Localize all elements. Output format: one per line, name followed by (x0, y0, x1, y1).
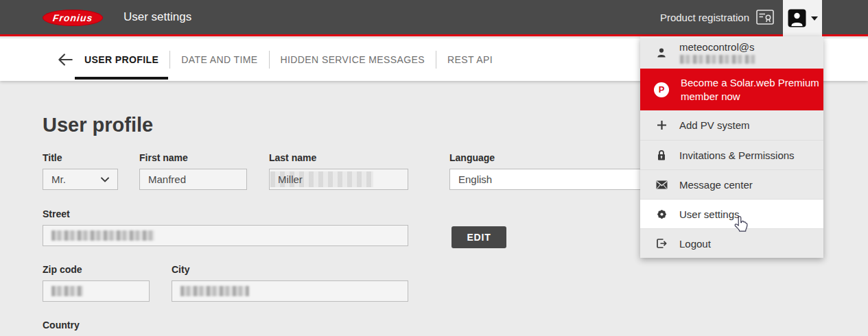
menu-item-label: Logout (679, 238, 711, 250)
title-field-group: Title Mr. (43, 152, 118, 190)
envelope-icon (655, 180, 668, 189)
user-avatar-icon (788, 9, 806, 27)
person-icon (655, 47, 668, 58)
certificate-icon (756, 10, 774, 25)
menu-item-label: User settings (679, 208, 740, 220)
language-field-group: Language English (449, 152, 642, 190)
street-input[interactable] (43, 225, 408, 246)
redacted-value (51, 286, 83, 296)
menu-item-label: Become a Solar.web Premium member now (681, 76, 821, 104)
logout-icon (655, 238, 668, 249)
zip-code-field-group: Zip code (43, 264, 150, 302)
last-name-value: Miller (278, 173, 303, 185)
menu-item-invitations-permissions[interactable]: Invitations & Permissions (640, 140, 823, 169)
last-name-field-group: Last name Miller (269, 152, 408, 190)
menu-item-logout[interactable]: Logout (640, 228, 823, 258)
fronius-logo-text: Fronius (52, 12, 93, 23)
menu-item-premium[interactable]: P Become a Solar.web Premium member now (640, 69, 823, 110)
title-label: Title (43, 152, 118, 163)
chevron-down-icon (811, 16, 818, 21)
menu-item-add-pv-system[interactable]: Add PV system (640, 110, 823, 140)
fronius-logo[interactable]: Fronius (43, 10, 103, 26)
premium-badge-p-icon: P (654, 82, 669, 97)
zip-code-input[interactable] (43, 280, 150, 302)
account-menu-button[interactable] (783, 0, 822, 36)
zip-code-label: Zip code (43, 264, 150, 275)
first-name-input[interactable]: Manfred (139, 169, 247, 190)
redacted-value (51, 230, 154, 241)
page-title: User settings (124, 0, 191, 34)
menu-item-label: Invitations & Permissions (679, 149, 795, 161)
title-select[interactable]: Mr. (43, 169, 118, 190)
lock-icon (655, 149, 668, 161)
edit-button[interactable]: EDIT (451, 226, 506, 248)
redacted-value (180, 286, 249, 296)
tab-user-profile[interactable]: USER PROFILE (73, 38, 169, 81)
app-header: Fronius User settings Product registrati… (0, 0, 868, 36)
product-registration-label: Product registration (660, 12, 749, 23)
last-name-label: Last name (269, 152, 408, 163)
redacted-value (680, 55, 755, 64)
back-arrow-icon[interactable] (56, 51, 74, 69)
tab-hidden-service-messages[interactable]: HIDDEN SERVICE MESSAGES (270, 38, 436, 81)
section-heading: User profile (43, 114, 153, 136)
account-email: meteocontrol@s (679, 41, 823, 64)
city-label: City (172, 264, 408, 275)
first-name-label: First name (139, 152, 247, 163)
menu-item-message-center[interactable]: Message center (640, 169, 823, 199)
city-field-group: City (172, 264, 408, 302)
menu-item-account-email[interactable]: meteocontrol@s (640, 36, 823, 69)
street-field-group: Street (43, 208, 408, 246)
gear-icon (655, 208, 668, 220)
first-name-field-group: First name Manfred (139, 152, 247, 190)
select-chevron-icon (101, 177, 109, 182)
last-name-input[interactable]: Miller (269, 169, 408, 190)
language-input[interactable]: English (449, 169, 642, 190)
first-name-value: Manfred (148, 173, 186, 185)
screen: Fronius User settings Product registrati… (0, 0, 868, 336)
language-label: Language (449, 152, 642, 163)
country-label: Country (43, 320, 80, 331)
city-input[interactable] (172, 280, 408, 302)
tab-date-and-time[interactable]: DATE AND TIME (170, 38, 268, 81)
language-value: English (458, 173, 492, 185)
menu-item-user-settings[interactable]: User settings (640, 199, 823, 228)
street-label: Street (43, 208, 408, 219)
menu-item-label: Add PV system (679, 119, 750, 131)
tab-rest-api[interactable]: REST API (436, 38, 504, 81)
tab-list: USER PROFILE DATE AND TIME HIDDEN SERVIC… (73, 38, 504, 81)
title-value: Mr. (51, 173, 66, 185)
menu-item-label: Message center (679, 179, 753, 191)
plus-icon (655, 120, 668, 130)
account-dropdown-menu: meteocontrol@s P Become a Solar.web Prem… (640, 36, 823, 258)
product-registration-link[interactable]: Product registration (660, 0, 774, 34)
